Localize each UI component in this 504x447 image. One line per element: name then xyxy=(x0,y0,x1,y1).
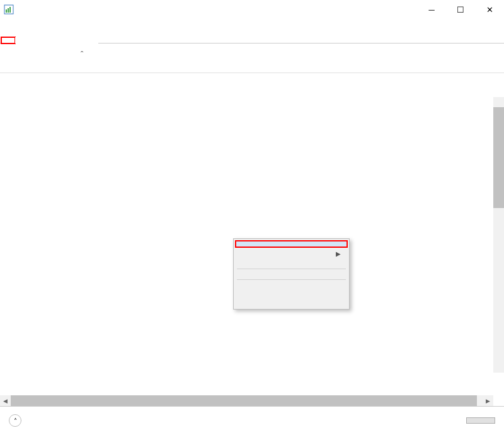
column-headers: ˆ xyxy=(0,44,504,73)
col-status-header[interactable] xyxy=(175,44,271,73)
titlebar: ─ ☐ ✕ xyxy=(0,0,504,19)
menu-view[interactable] xyxy=(24,25,29,27)
sort-indicator-icon: ˆ xyxy=(81,50,83,59)
menu-file[interactable] xyxy=(4,25,9,27)
fewer-details-button[interactable]: ˄ xyxy=(9,414,26,427)
svg-rect-2 xyxy=(8,8,9,13)
tab-startup[interactable] xyxy=(43,37,57,44)
end-task-button[interactable] xyxy=(466,417,495,424)
tab-strip xyxy=(0,33,504,44)
tab-processes[interactable] xyxy=(1,37,15,44)
context-create-dump[interactable] xyxy=(236,271,347,277)
col-disk-header[interactable] xyxy=(381,44,435,73)
close-button[interactable]: ✕ xyxy=(475,0,504,19)
context-menu: ▶ xyxy=(233,238,350,310)
submenu-arrow-icon: ▶ xyxy=(336,250,341,257)
minimize-button[interactable]: ─ xyxy=(417,0,446,19)
context-open-location[interactable] xyxy=(236,288,347,294)
hscroll-left-icon[interactable]: ◀ xyxy=(0,395,11,406)
context-resource-values[interactable]: ▶ xyxy=(236,247,347,260)
maximize-button[interactable]: ☐ xyxy=(446,0,475,19)
tab-users[interactable] xyxy=(57,37,71,44)
svg-rect-3 xyxy=(9,7,11,13)
context-go-to-details[interactable] xyxy=(236,282,347,288)
context-properties[interactable] xyxy=(236,301,347,307)
col-memory-header[interactable] xyxy=(326,44,381,73)
context-search-online[interactable] xyxy=(236,294,347,301)
svg-rect-1 xyxy=(6,9,7,13)
col-cpu-header[interactable] xyxy=(271,44,326,73)
context-provide-feedback[interactable] xyxy=(236,260,347,267)
tab-app-history[interactable] xyxy=(29,37,43,44)
hscroll-right-icon[interactable]: ▶ xyxy=(483,395,493,406)
vertical-scroll-thumb[interactable] xyxy=(493,107,504,208)
app-icon xyxy=(4,4,14,15)
menubar xyxy=(0,19,504,33)
context-end-task[interactable] xyxy=(236,241,347,247)
chevron-up-icon: ˄ xyxy=(9,414,21,427)
col-network-header[interactable] xyxy=(435,44,490,73)
tab-performance[interactable] xyxy=(15,37,29,44)
menu-options[interactable] xyxy=(14,25,19,27)
tab-services[interactable] xyxy=(84,37,98,44)
context-separator xyxy=(237,269,346,269)
col-name-header[interactable]: ˆ xyxy=(0,44,175,73)
horizontal-scroll-thumb[interactable] xyxy=(11,395,477,406)
tab-details[interactable] xyxy=(71,37,84,44)
context-separator xyxy=(237,279,346,280)
footer: ˄ xyxy=(0,406,504,434)
